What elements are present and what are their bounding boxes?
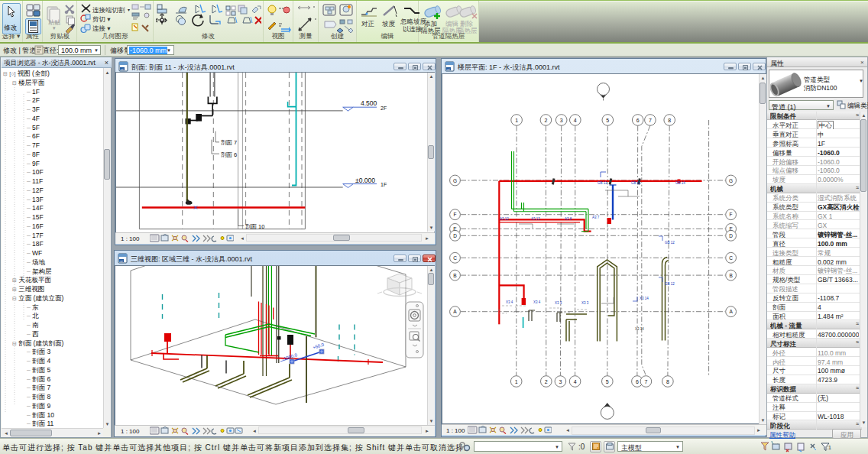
svg-text:rvt: rvt bbox=[120, 260, 123, 263]
svg-text:D: D bbox=[729, 233, 733, 238]
svg-text:剖面 6: 剖面 6 bbox=[221, 151, 237, 158]
svg-text:C: C bbox=[453, 255, 457, 261]
svg-text:X3 4: X3 4 bbox=[506, 300, 513, 304]
svg-text:5: 5 bbox=[606, 379, 609, 384]
svg-text:3: 3 bbox=[560, 118, 563, 123]
svg-text:6: 6 bbox=[636, 118, 640, 123]
svg-text:2: 2 bbox=[545, 379, 548, 384]
svg-text:F: F bbox=[730, 212, 733, 217]
svg-text:5: 5 bbox=[606, 118, 609, 123]
svg-text:8: 8 bbox=[666, 379, 669, 384]
svg-text:A3 8: A3 8 bbox=[565, 217, 572, 221]
svg-text:1F: 1F bbox=[381, 182, 387, 187]
svg-text:4: 4 bbox=[574, 379, 577, 384]
svg-text:F: F bbox=[454, 212, 457, 217]
svg-text:4: 4 bbox=[574, 118, 577, 123]
svg-text:6: 6 bbox=[636, 379, 639, 384]
svg-text:A: A bbox=[729, 309, 733, 314]
svg-text:2F: 2F bbox=[381, 105, 387, 111]
svg-text:X3 14: X3 14 bbox=[635, 327, 644, 331]
svg-text:4.500: 4.500 bbox=[361, 99, 377, 107]
svg-text:rvt: rvt bbox=[121, 68, 124, 71]
svg-text:GB 14: GB 14 bbox=[675, 181, 685, 185]
svg-text:G: G bbox=[453, 178, 457, 183]
svg-text:X3 3: X3 3 bbox=[555, 301, 562, 305]
svg-text:剖面 7: 剖面 7 bbox=[221, 139, 237, 146]
svg-text:D: D bbox=[453, 233, 457, 238]
svg-text:1: 1 bbox=[515, 118, 518, 123]
svg-text:G: G bbox=[729, 178, 733, 183]
svg-text:X3 3: X3 3 bbox=[581, 301, 589, 305]
svg-text:±0.000: ±0.000 bbox=[355, 177, 375, 184]
svg-text:+60.0: +60.0 bbox=[313, 342, 326, 350]
svg-text:A3 13: A3 13 bbox=[531, 217, 540, 221]
svg-text:B: B bbox=[453, 273, 456, 278]
svg-text:剖面 10: 剖面 10 bbox=[245, 223, 264, 230]
svg-text:7: 7 bbox=[644, 379, 647, 384]
svg-text:7: 7 bbox=[649, 118, 652, 123]
svg-text:A3 12: A3 12 bbox=[500, 217, 509, 221]
svg-text:3: 3 bbox=[559, 379, 562, 384]
svg-text:X3 4: X3 4 bbox=[533, 300, 541, 304]
svg-text:1: 1 bbox=[515, 379, 518, 384]
svg-text:A3 7: A3 7 bbox=[592, 216, 600, 219]
svg-text:GB 11: GB 11 bbox=[631, 181, 641, 185]
svg-text:X3 14: X3 14 bbox=[640, 297, 649, 300]
svg-text:GB 12: GB 12 bbox=[665, 241, 675, 245]
svg-text:2: 2 bbox=[544, 118, 547, 123]
svg-text:8: 8 bbox=[668, 118, 671, 123]
svg-text:A: A bbox=[453, 309, 457, 314]
svg-text:B: B bbox=[729, 273, 732, 278]
svg-text:rvt: rvt bbox=[447, 68, 450, 71]
svg-text:GB 11: GB 11 bbox=[598, 181, 607, 185]
svg-text:GB 12: GB 12 bbox=[665, 282, 675, 286]
svg-text:C: C bbox=[729, 255, 733, 261]
